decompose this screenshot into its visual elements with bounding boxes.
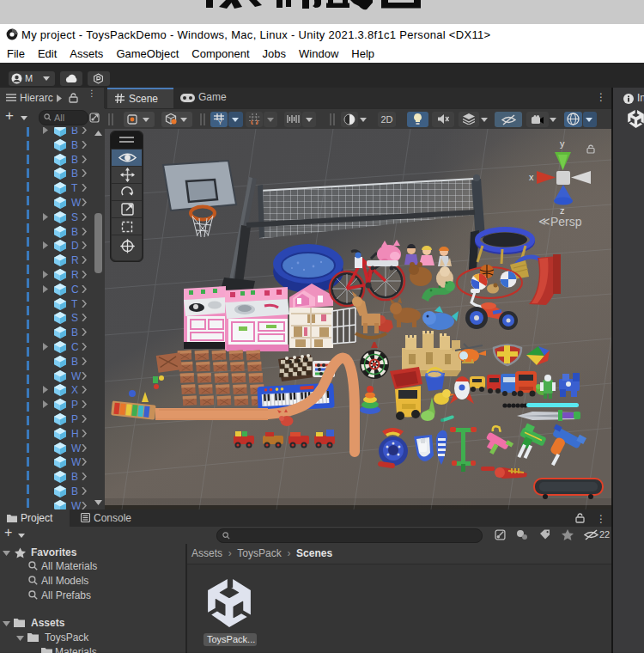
- svg-text:y: y: [560, 138, 565, 149]
- svg-text:Y: Y: [218, 119, 222, 125]
- svg-text:x: x: [529, 172, 534, 182]
- svg-text:Persp: Persp: [550, 215, 582, 229]
- svg-text:≪: ≪: [538, 215, 550, 228]
